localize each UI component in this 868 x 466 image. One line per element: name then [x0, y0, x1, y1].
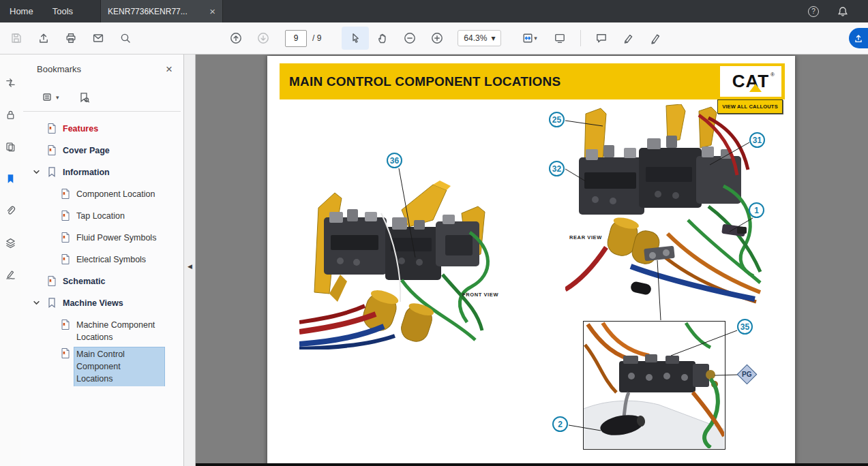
- bookmark-label: Tap Location: [76, 210, 125, 222]
- help-icon[interactable]: ?: [808, 6, 819, 17]
- bookmark-label: Electrical Symbols: [76, 253, 146, 266]
- bookmark-flag-icon: [46, 166, 57, 178]
- share-file-button[interactable]: [30, 27, 57, 50]
- pg-label: PG: [742, 371, 751, 378]
- document-title-bar: MAIN CONTROL COMPONENT LOCATIONS CAT ®: [280, 63, 785, 99]
- bookmark-label: Machine Views: [63, 297, 123, 309]
- hand-tool-button[interactable]: [369, 27, 396, 50]
- cat-logo-triangle: [749, 84, 762, 92]
- bookmark-page-icon: [60, 319, 71, 330]
- page-number-input[interactable]: [285, 30, 307, 47]
- front-view-label: FRONT VIEW: [462, 292, 498, 298]
- close-panel-icon[interactable]: ×: [166, 63, 173, 75]
- cat-logo: CAT ®: [720, 66, 781, 97]
- bookmark-page-icon: [60, 232, 71, 243]
- page-title: MAIN CONTROL COMPONENT LOCATIONS: [280, 74, 560, 89]
- bookmark-item-tap-location[interactable]: Tap Location: [20, 206, 183, 228]
- registered-mark: ®: [770, 72, 775, 78]
- bookmarks-tree: Features Cover Page Information: [20, 112, 183, 386]
- bookmark-label: Cover Page: [63, 144, 110, 157]
- topbar-right-group: ?: [808, 5, 868, 18]
- bookmark-page-icon: [46, 123, 57, 134]
- bookmark-page-icon: [46, 144, 57, 156]
- bookmarks-panel-icon[interactable]: [0, 163, 20, 195]
- callout-2[interactable]: 2: [552, 416, 568, 432]
- bookmark-item-machine-component-locations[interactable]: Machine Component Locations: [20, 315, 183, 343]
- zoom-in-button[interactable]: [423, 27, 451, 50]
- callout-pg[interactable]: PG: [737, 364, 758, 385]
- bookmark-item-cover-page[interactable]: Cover Page: [20, 140, 183, 162]
- signatures-icon[interactable]: [0, 259, 20, 291]
- chevron-down-icon: ▾: [491, 33, 495, 43]
- bookmark-item-main-control-component-locations[interactable]: Main Control Component Locations: [20, 343, 183, 386]
- select-tool-button[interactable]: [342, 27, 369, 50]
- save-button[interactable]: [3, 27, 30, 50]
- chevron-down-icon[interactable]: [33, 168, 40, 176]
- toolbar-divider: [580, 30, 581, 46]
- attachments-icon[interactable]: [0, 195, 20, 227]
- front-view-illustration: [299, 172, 504, 350]
- page-thumbnails-icon[interactable]: [0, 131, 20, 163]
- bookmark-label: Component Location: [76, 188, 155, 200]
- protect-lock-icon[interactable]: [0, 99, 20, 131]
- detail-inset-illustration: [584, 322, 724, 448]
- bookmark-page-icon: [46, 275, 57, 287]
- layers-icon[interactable]: [0, 227, 20, 259]
- menu-home[interactable]: Home: [0, 0, 43, 22]
- callout-36[interactable]: 36: [387, 153, 402, 168]
- callout-35[interactable]: 35: [737, 319, 753, 335]
- search-button[interactable]: [112, 27, 139, 50]
- bookmark-page-icon: [60, 210, 71, 221]
- chevron-down-icon: ▾: [534, 35, 537, 42]
- callout-1[interactable]: 1: [749, 202, 764, 218]
- main-region: Bookmarks × ▾ Features: [0, 55, 868, 466]
- bookmark-label: Schematic: [63, 275, 106, 288]
- bookmark-item-component-location[interactable]: Component Location: [20, 184, 183, 206]
- bookmark-item-features[interactable]: Features: [20, 119, 183, 140]
- next-page-button[interactable]: [250, 27, 277, 50]
- document-tab[interactable]: KENR7736KENR77... ×: [100, 0, 223, 22]
- bookmark-flag-icon: [46, 297, 57, 309]
- print-button[interactable]: [57, 27, 85, 50]
- callout-31[interactable]: 31: [749, 132, 765, 148]
- top-bar: Home Tools KENR7736KENR77... × ?: [0, 0, 868, 22]
- previous-page-button[interactable]: [222, 27, 250, 50]
- bookmark-label: Machine Component Locations: [76, 319, 166, 343]
- bookmark-label: Features: [63, 123, 98, 135]
- bookmark-item-fluid-power-symbols[interactable]: Fluid Power Symbols: [20, 228, 183, 249]
- notifications-icon[interactable]: [837, 5, 849, 18]
- page-count-label: / 9: [312, 33, 321, 43]
- comment-tool-button[interactable]: [588, 27, 615, 50]
- find-current-bookmark-button[interactable]: [78, 92, 89, 103]
- bookmarks-panel-header: Bookmarks ×: [20, 55, 183, 83]
- highlight-tool-button[interactable]: [615, 27, 642, 50]
- bookmark-item-machine-views[interactable]: Machine Views: [20, 293, 183, 315]
- zoom-out-button[interactable]: [396, 27, 423, 50]
- fill-sign-tool-button[interactable]: [642, 27, 670, 50]
- bookmark-item-information[interactable]: Information: [20, 162, 183, 184]
- bookmark-label: Information: [63, 166, 110, 178]
- toolbar: / 9 64.3% ▾ ▾: [0, 22, 868, 55]
- bookmark-item-electrical-symbols[interactable]: Electrical Symbols: [20, 249, 183, 271]
- collapse-panel-button[interactable]: ◀: [185, 252, 194, 281]
- document-view-area[interactable]: MAIN CONTROL COMPONENT LOCATIONS CAT ® V…: [196, 55, 868, 466]
- chevron-down-icon[interactable]: [33, 299, 40, 307]
- bookmark-page-icon: [60, 347, 71, 359]
- panel-splitter[interactable]: ◀: [184, 55, 196, 466]
- rear-view-label: REAR VIEW: [569, 234, 602, 240]
- tab-close-icon[interactable]: ×: [209, 6, 215, 16]
- chevron-down-icon: ▾: [56, 94, 59, 101]
- callout-32[interactable]: 32: [549, 161, 565, 176]
- export-pdf-icon[interactable]: [0, 67, 20, 99]
- callout-25[interactable]: 25: [549, 112, 565, 127]
- zoom-level-dropdown[interactable]: 64.3% ▾: [458, 30, 501, 46]
- page-fit-dropdown[interactable]: ▾: [512, 27, 546, 50]
- acrobat-reader-window: Home Tools KENR7736KENR77... × ?: [0, 0, 868, 466]
- bookmark-item-schematic[interactable]: Schematic: [20, 271, 183, 293]
- email-button[interactable]: [85, 27, 112, 50]
- zoom-level-value: 64.3%: [464, 33, 487, 43]
- menu-tools[interactable]: Tools: [43, 0, 83, 22]
- reading-mode-button[interactable]: [546, 27, 573, 50]
- bookmark-options-menu[interactable]: ▾: [42, 92, 59, 103]
- share-document-button[interactable]: [849, 28, 868, 48]
